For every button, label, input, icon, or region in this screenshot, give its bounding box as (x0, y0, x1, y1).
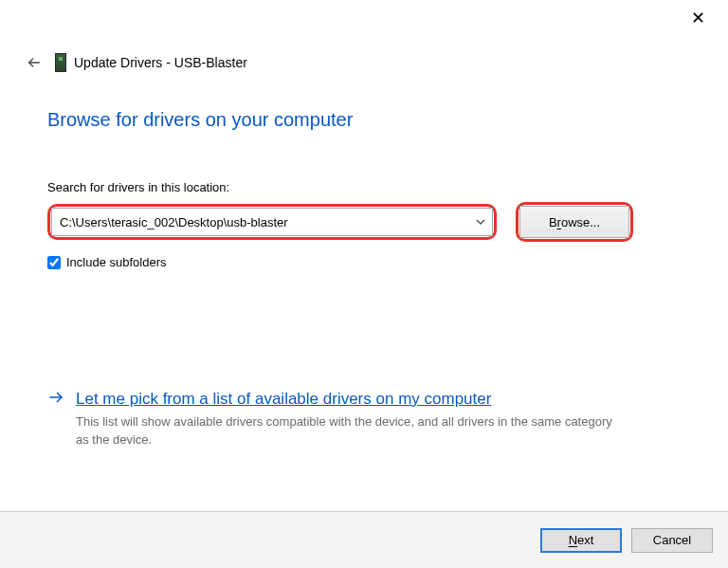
close-icon[interactable]: ✕ (691, 9, 705, 27)
cancel-button[interactable]: Cancel (631, 528, 713, 553)
include-subfolders-label: Include subfolders (66, 255, 167, 269)
browse-highlight: Browse... (516, 202, 633, 242)
include-subfolders-row: Include subfolders (47, 255, 681, 269)
path-combobox[interactable] (51, 208, 493, 236)
next-button[interactable]: Next (540, 528, 622, 553)
include-subfolders-checkbox[interactable] (47, 256, 61, 269)
page-heading: Browse for drivers on your computer (47, 108, 681, 131)
wizard-footer: Next Cancel (0, 511, 728, 568)
search-location-label: Search for drivers in this location: (47, 180, 681, 194)
search-input-row: Browse... (47, 202, 681, 242)
chevron-down-icon[interactable] (469, 209, 492, 235)
driver-wizard-window: ✕ Update Drivers - USB-Blaster Browse fo… (0, 0, 728, 568)
device-chip-icon (55, 53, 66, 72)
wizard-body: Browse for drivers on your computer Sear… (0, 76, 728, 511)
back-arrow-icon[interactable] (27, 55, 42, 70)
pick-text: Let me pick from a list of available dri… (76, 389, 681, 449)
path-highlight (47, 204, 497, 240)
pick-from-list-block: Let me pick from a list of available dri… (47, 389, 681, 449)
arrow-right-icon (47, 389, 64, 449)
wizard-header: Update Drivers - USB-Blaster (0, 0, 728, 76)
path-input[interactable] (52, 209, 469, 235)
wizard-title: Update Drivers - USB-Blaster (74, 55, 247, 70)
browse-button[interactable]: Browse... (519, 206, 629, 238)
pick-from-list-link[interactable]: Let me pick from a list of available dri… (76, 390, 491, 408)
pick-description: This list will show available drivers co… (76, 413, 626, 449)
